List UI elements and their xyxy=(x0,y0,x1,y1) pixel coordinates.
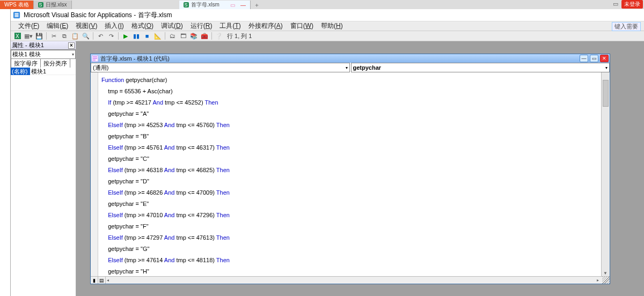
mdi-area: 首字母.xlsm - 模块1 (代码) — ▭ ✕ (通用)▾ getpycha… xyxy=(76,41,644,296)
save-icon[interactable]: 💾 xyxy=(34,31,44,41)
maximize-button[interactable]: ▭ xyxy=(590,55,598,62)
chevron-down-icon: ▾ xyxy=(346,65,348,70)
properties-close-button[interactable]: × xyxy=(68,42,75,49)
property-row[interactable]: (名称) 模块1 xyxy=(11,68,76,75)
resize-handle[interactable] xyxy=(602,277,610,284)
tab-file-1[interactable]: S日报.xlsx xyxy=(34,1,72,9)
code-window: 首字母.xlsm - 模块1 (代码) — ▭ ✕ (通用)▾ getpycha… xyxy=(90,54,610,284)
tab-wps[interactable]: WPS 表格 xyxy=(0,1,34,9)
paste-icon[interactable]: 📋 xyxy=(70,31,80,41)
app-tabs: WPS 表格 S日报.xlsx S首字母.xlsm▭— ＋ ▭ 未登录 xyxy=(0,0,644,9)
menu-help[interactable]: 帮助(H) xyxy=(318,21,346,31)
object-browser-icon[interactable]: 📚 xyxy=(189,31,199,41)
pause-icon[interactable]: ▮▮ xyxy=(131,31,141,41)
window-restore-icon[interactable]: ▭ xyxy=(612,0,619,8)
menu-run[interactable]: 运行(R) xyxy=(187,21,216,31)
property-name: (名称) xyxy=(11,68,30,75)
undo-icon[interactable]: ↶ xyxy=(96,31,105,41)
minimize-button[interactable]: — xyxy=(580,55,588,62)
code-text[interactable]: Function getpychar(char) tmp = 65536 + A… xyxy=(98,72,601,276)
menu-insert[interactable]: 插入(I) xyxy=(101,21,127,31)
login-button[interactable]: 未登录 xyxy=(621,0,643,9)
project-explorer-icon[interactable]: 🗂 xyxy=(167,31,177,41)
stop-icon[interactable]: ■ xyxy=(142,31,152,41)
menu-addins[interactable]: 外接程序(A) xyxy=(245,21,286,31)
vba-title-text: Microsoft Visual Basic for Applications … xyxy=(24,11,172,20)
menu-format[interactable]: 格式(O) xyxy=(128,21,157,31)
properties-tabs: 按字母序 按分类序 xyxy=(11,59,76,68)
horizontal-scrollbar[interactable]: ◂ ▸ xyxy=(106,278,600,283)
properties-icon[interactable]: 🗔 xyxy=(178,31,188,41)
toolbox-icon[interactable]: 🧰 xyxy=(200,31,209,41)
code-margin xyxy=(91,72,98,276)
redo-icon[interactable]: ↷ xyxy=(106,31,116,41)
properties-pane: 属性 - 模块1 × 模块1 模块▾ 按字母序 按分类序 (名称) 模块1 xyxy=(11,41,76,296)
cursor-position: 行 1, 列 1 xyxy=(225,32,254,40)
vba-window: Microsoft Visual Basic for Applications … xyxy=(10,9,644,296)
menu-view[interactable]: 视图(V) xyxy=(72,21,100,31)
run-icon[interactable]: ▶ xyxy=(121,31,130,41)
code-editor[interactable]: Function getpychar(char) tmp = 65536 + A… xyxy=(91,72,610,276)
module-icon xyxy=(92,55,98,62)
svg-text:X: X xyxy=(16,33,19,39)
vertical-scrollbar[interactable] xyxy=(601,72,610,276)
cut-icon[interactable]: ✂ xyxy=(49,31,58,41)
vba-titlebar: Microsoft Visual Basic for Applications … xyxy=(11,9,644,21)
procedure-view-button[interactable]: ▮ xyxy=(91,277,98,284)
properties-grid: (名称) 模块1 xyxy=(11,68,76,296)
code-window-title-text: 首字母.xlsm - 模块1 (代码) xyxy=(100,55,170,63)
object-combo[interactable]: (通用)▾ xyxy=(91,63,350,72)
vba-toolbar: X ▦▾ 💾 ✂ ⧉ 📋 🔍 ↶ ↷ ▶ ▮▮ ■ 📐 🗂 🗔 📚 🧰 ❔ 行 … xyxy=(11,31,644,41)
vba-menubar: 文件(F) 编辑(E) 视图(V) 插入(I) 格式(O) 调试(D) 运行(R… xyxy=(11,21,644,31)
chevron-down-icon: ▾ xyxy=(72,52,74,57)
menu-edit[interactable]: 编辑(E) xyxy=(43,21,71,31)
menu-debug[interactable]: 调试(D) xyxy=(158,21,186,31)
chevron-down-icon: ▾ xyxy=(605,65,608,70)
menu-window[interactable]: 窗口(W) xyxy=(287,21,317,31)
vba-app-icon xyxy=(13,11,20,19)
tab-file-2[interactable]: S首字母.xlsm▭— xyxy=(179,1,251,9)
view-excel-icon[interactable]: X xyxy=(13,31,23,41)
close-button[interactable]: ✕ xyxy=(600,55,609,62)
full-module-view-button[interactable]: ▤ xyxy=(98,277,106,284)
object-selector-combo[interactable]: 模块1 模块▾ xyxy=(11,50,76,59)
add-tab-button[interactable]: ＋ xyxy=(251,1,263,9)
copy-icon[interactable]: ⧉ xyxy=(60,31,69,41)
menu-tools[interactable]: 工具(T) xyxy=(216,21,244,31)
property-value[interactable]: 模块1 xyxy=(30,68,76,75)
find-icon[interactable]: 🔍 xyxy=(81,31,91,41)
procedure-combo[interactable]: getpychar▾ xyxy=(351,63,610,72)
insert-module-icon[interactable]: ▦▾ xyxy=(24,31,33,41)
design-mode-icon[interactable]: 📐 xyxy=(153,31,163,41)
help-icon[interactable]: ❔ xyxy=(214,31,224,41)
help-search-input[interactable]: 键入需要 xyxy=(612,22,641,31)
properties-titlebar: 属性 - 模块1 × xyxy=(11,41,76,50)
code-window-titlebar[interactable]: 首字母.xlsm - 模块1 (代码) — ▭ ✕ xyxy=(91,54,610,63)
menu-file[interactable]: 文件(F) xyxy=(15,21,42,31)
